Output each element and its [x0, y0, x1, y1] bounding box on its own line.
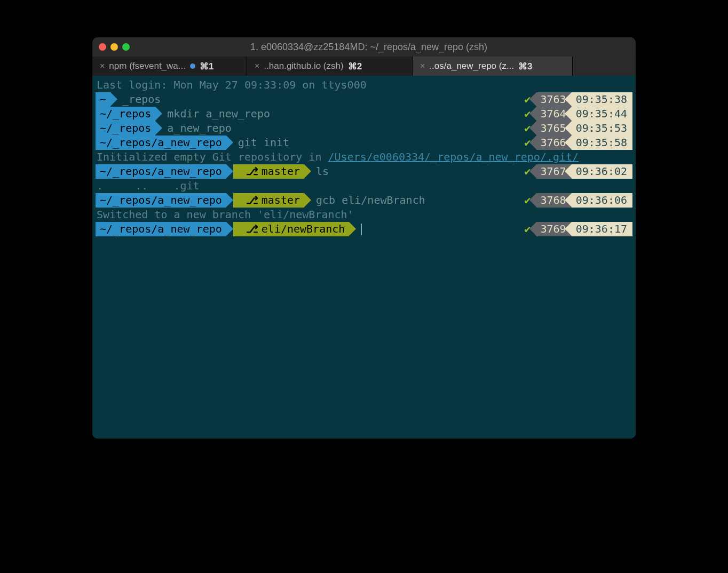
output-prefix: Initialized empty Git repository in: [97, 150, 328, 164]
command-text: gcb eli/newBranch: [316, 193, 425, 208]
tab-1[interactable]: × npm (fsevent_wa... ⌘1: [92, 57, 247, 76]
close-icon[interactable]: ×: [420, 61, 425, 71]
branch-segment: ⎇master: [233, 193, 304, 208]
tab-label: ..os/a_new_repo (z...: [429, 61, 514, 71]
path-text: ~/_repos/a_new_repo: [100, 222, 222, 236]
path-segment: ~/_repos/a_new_repo: [96, 222, 226, 236]
titlebar[interactable]: 1. e0060334@zz25184MD: ~/_repos/a_new_re…: [92, 37, 636, 57]
close-icon[interactable]: ×: [255, 61, 259, 71]
path-text: ~/_repos: [100, 121, 151, 136]
cursor: [361, 224, 362, 235]
prompt-line: ~/_repos/a_new_repo ⎇master gcb eli/newB…: [96, 193, 632, 208]
branch-name: eli/newBranch: [262, 222, 345, 236]
path-segment: ~/_repos: [96, 107, 155, 121]
command-text: git init: [238, 136, 289, 150]
tab-label: ..han.github.io (zsh): [264, 61, 343, 71]
path-text: ~: [100, 92, 106, 107]
path-segment: ~/_repos/a_new_repo: [96, 164, 226, 179]
terminal-body[interactable]: Last login: Mon May 27 09:33:09 on ttys0…: [92, 76, 636, 439]
output-line: Initialized empty Git repository in /Use…: [96, 150, 632, 164]
tab-shortcut: ⌘1: [200, 61, 213, 72]
window-title: 1. e0060334@zz25184MD: ~/_repos/a_new_re…: [102, 42, 636, 53]
timestamp: 09:36:06: [572, 193, 632, 208]
path-text: ~/_repos: [100, 107, 151, 121]
dirty-dot-icon: [190, 63, 195, 69]
command-text: _repos: [122, 92, 161, 107]
branch-name: master: [262, 164, 300, 179]
prompt-line: ~/_repos mkdir a_new_repo ✔ 3764 09:35:4…: [96, 107, 632, 121]
tab-3[interactable]: × ..os/a_new_repo (z... ⌘3: [413, 57, 573, 76]
path-text: ~/_repos/a_new_repo: [100, 164, 222, 179]
tabbar: × npm (fsevent_wa... ⌘1 × ..han.github.i…: [92, 57, 636, 76]
tabbar-spacer[interactable]: [573, 57, 636, 76]
tab-label: npm (fsevent_wa...: [109, 61, 186, 71]
output-line: Switched to a new branch 'eli/newBranch': [96, 208, 632, 222]
prompt-line: ~/_repos/a_new_repo ⎇master ls ✔ 3767 09…: [96, 164, 632, 179]
terminal-window: 1. e0060334@zz25184MD: ~/_repos/a_new_re…: [92, 37, 636, 439]
path-text: ~/_repos/a_new_repo: [100, 136, 222, 150]
prompt-line: ~/_repos/a_new_repo ⎇eli/newBranch ✔ 376…: [96, 222, 632, 236]
path-segment: ~/_repos: [96, 121, 155, 136]
timestamp: 09:35:38: [572, 92, 632, 107]
git-branch-icon: ⎇: [246, 193, 258, 208]
timestamp: 09:36:17: [572, 222, 632, 236]
branch-name: master: [262, 193, 300, 208]
path-segment: ~/_repos/a_new_repo: [96, 193, 226, 208]
path-segment: ~/_repos/a_new_repo: [96, 136, 226, 150]
tab-shortcut: ⌘3: [518, 61, 532, 72]
prompt-line: ~/_repos a_new_repo ✔ 3765 09:35:53: [96, 121, 632, 136]
command-text: a_new_repo: [167, 121, 231, 136]
timestamp: 09:35:44: [572, 107, 632, 121]
timestamp: 09:35:58: [572, 136, 632, 150]
output-line: . .. .git: [96, 179, 632, 193]
branch-segment: ⎇master: [233, 164, 304, 179]
git-branch-icon: ⎇: [246, 222, 258, 236]
tab-shortcut: ⌘2: [348, 61, 362, 72]
command-text: mkdir a_new_repo: [167, 107, 270, 121]
repo-path-link[interactable]: /Users/e0060334/_repos/a_new_repo/.git/: [328, 150, 579, 164]
tab-2[interactable]: × ..han.github.io (zsh) ⌘2: [247, 57, 413, 76]
command-text: ls: [316, 164, 329, 179]
timestamp: 09:36:02: [572, 164, 632, 179]
path-segment: ~: [96, 92, 110, 107]
git-branch-icon: ⎇: [246, 164, 258, 179]
prompt-line: ~/_repos/a_new_repo git init ✔ 3766 09:3…: [96, 136, 632, 150]
prompt-line: ~ _repos ✔ 3763 09:35:38: [96, 92, 632, 107]
timestamp: 09:35:53: [572, 121, 632, 136]
last-login: Last login: Mon May 27 09:33:09 on ttys0…: [96, 78, 632, 92]
close-icon[interactable]: ×: [100, 61, 105, 71]
path-text: ~/_repos/a_new_repo: [100, 193, 222, 208]
branch-segment: ⎇eli/newBranch: [233, 222, 350, 236]
